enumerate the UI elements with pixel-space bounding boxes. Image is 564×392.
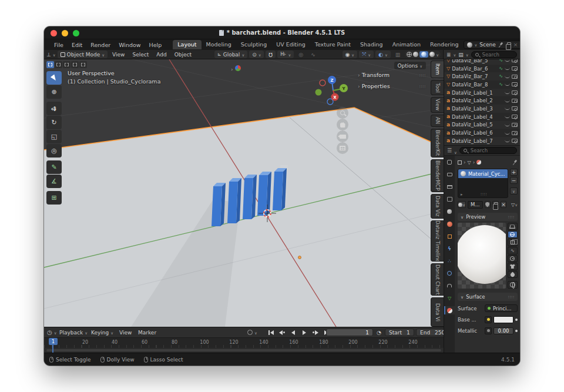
menu-render[interactable]: Render (86, 42, 115, 48)
transform-tool[interactable]: ◎ (46, 144, 62, 158)
show-gizmo-dropdown[interactable]: ◉ (343, 51, 358, 58)
outliner-row[interactable]: ▽DataViz_Bar_5∿ (444, 59, 520, 65)
remove-material-slot-button[interactable]: − (510, 177, 518, 184)
snap-toggle[interactable]: Ω (266, 51, 276, 58)
bar-object-3[interactable] (243, 175, 257, 219)
add-material-slot-button[interactable]: + (510, 169, 518, 176)
metallic-value-field[interactable]: 0.00 (494, 327, 513, 334)
world-properties-tab[interactable] (444, 220, 455, 228)
hide-eye-icon[interactable] (505, 75, 510, 78)
output-properties-tab[interactable] (444, 183, 455, 191)
properties-editor[interactable]: ☰ ϟ ∴ (444, 145, 520, 353)
npanel-properties[interactable]: Properties (358, 83, 426, 89)
modifier-properties-tab[interactable]: ϟ (444, 244, 455, 253)
minimize-window-button[interactable] (62, 30, 68, 36)
timeline-ruler[interactable]: 20 40 60 80 100 120 140 160 180 200 220 … (44, 337, 444, 348)
xray-toggle[interactable]: ▥ (392, 52, 404, 58)
outliner[interactable]: ▽DataViz_Bar_5∿ ▽DataViz_Bar_6∿ ▽DataViz… (444, 59, 520, 145)
drag-grip-icon[interactable] (508, 214, 515, 220)
scene-selector[interactable]: Scene (464, 41, 520, 49)
material-slot-selected[interactable]: Material_Cyc... (458, 169, 508, 178)
gizmo-neg-x-ball[interactable] (320, 80, 325, 86)
tool-properties-tab[interactable] (444, 158, 455, 166)
hide-eye-icon[interactable] (505, 139, 510, 142)
outliner-row[interactable]: ▽DataViz_Bar_6∿ (444, 65, 520, 73)
workspace-tab-modeling[interactable]: Modeling (202, 40, 236, 49)
outliner-row[interactable]: aDataViz_Label_6 (444, 129, 520, 137)
measure-tool[interactable]: ∡ (46, 175, 62, 188)
workspace-tab-shading[interactable]: Shading (355, 40, 388, 49)
metallic-node-button[interactable] (485, 327, 492, 334)
remove-scene-icon[interactable] (513, 42, 518, 48)
fake-user-button[interactable] (485, 201, 491, 208)
preview-panel-header[interactable]: Preview (458, 213, 518, 221)
outliner-row[interactable]: aDataViz_Label_1 (444, 89, 520, 97)
drag-grip-icon[interactable] (419, 72, 426, 78)
render-properties-tab[interactable] (444, 170, 455, 179)
sidebar-tab-blenderkit[interactable]: BlenderKit (431, 129, 444, 158)
jump-to-start-button[interactable] (266, 329, 276, 336)
render-visibility-icon[interactable] (512, 99, 518, 103)
animate-dot-icon[interactable] (515, 330, 518, 332)
preview-cube-button[interactable] (508, 239, 518, 246)
preview-hair-button[interactable]: ∿ (508, 247, 518, 254)
render-visibility-icon[interactable] (512, 131, 518, 135)
zoom-window-button[interactable] (73, 30, 79, 36)
select-mode-intersect-button[interactable] (79, 61, 87, 68)
workspace-tab-texture-paint[interactable]: Texture Paint (310, 40, 355, 49)
3d-viewport[interactable]: Z Y X ⊕ ↔↕ ↻ ◱ ◎ ✎ (44, 59, 444, 327)
render-visibility-icon[interactable] (512, 106, 518, 110)
workspace-tab-animation[interactable]: Animation (388, 40, 425, 49)
timeline-scrollbar[interactable] (44, 348, 444, 353)
outliner-row[interactable]: aDataViz_Label_4 (444, 113, 520, 121)
workspace-tab-layout[interactable]: Layout (173, 40, 201, 49)
browse-material-button[interactable] (458, 201, 466, 208)
sidebar-tab-data-viz-2[interactable]: Data Vi (431, 297, 444, 327)
play-button[interactable] (300, 329, 309, 336)
move-tool[interactable]: ↔↕ (46, 102, 62, 115)
preview-range-toggle[interactable]: ◔ (377, 329, 381, 336)
menu-edit[interactable]: Edit (68, 42, 86, 48)
titlebar[interactable]: * barchart.blend - Blender 4.5.1 LTS (44, 26, 520, 39)
render-visibility-icon[interactable] (512, 75, 518, 79)
sidebar-tab-item[interactable]: Item (431, 61, 444, 78)
expand-arrow-icon[interactable]: ▸ (461, 192, 463, 197)
timeline-editor[interactable]: ◷ Playback Keying View Marker 1 ◔ Start (44, 327, 444, 353)
particles-properties-tab[interactable]: ∴ (444, 257, 455, 265)
menu-help[interactable]: Help (145, 42, 166, 48)
menu-view[interactable]: View (109, 52, 127, 58)
next-keyframe-button[interactable] (311, 329, 320, 336)
drag-grip-icon[interactable] (419, 83, 426, 89)
render-visibility-icon[interactable] (512, 91, 518, 95)
new-scene-icon[interactable] (507, 42, 511, 47)
marker-menu[interactable]: Marker (138, 329, 156, 336)
drag-grip-icon[interactable] (508, 294, 515, 300)
preview-shaderball-button[interactable] (508, 255, 518, 263)
playhead-frame-badge[interactable]: 1 (49, 338, 58, 345)
camera-view-button[interactable] (337, 130, 348, 142)
base-color-swatch[interactable] (494, 316, 513, 323)
frame-end-field[interactable]: End 250 (416, 329, 444, 336)
sidebar-tab-dataviz-timeline[interactable]: Dataviz Timeline (431, 220, 444, 262)
preview-world-button[interactable] (508, 281, 518, 289)
bar-object-2[interactable] (227, 178, 241, 223)
frame-start-field[interactable]: Start 1 (385, 329, 414, 336)
render-visibility-icon[interactable] (512, 123, 518, 127)
properties-search-input[interactable] (469, 147, 513, 154)
properties-editor-icon[interactable]: ☰ (447, 148, 452, 153)
outliner-row[interactable]: aDataViz_Label_3 (444, 105, 520, 113)
gizmos-dropdown[interactable]: ⤧ (359, 51, 374, 58)
pan-view-button[interactable] (337, 119, 348, 130)
object-properties-tab[interactable] (444, 232, 455, 240)
menu-select[interactable]: Select (129, 52, 152, 58)
select-box-tool[interactable] (46, 71, 62, 85)
shading-solid-button[interactable] (413, 52, 418, 57)
hide-eye-icon[interactable] (505, 67, 510, 70)
material-filter-dropdown[interactable]: ▽ (511, 202, 518, 207)
surface-panel-header[interactable]: Surface (458, 293, 518, 301)
snap-settings-dropdown[interactable]: H⊦ (277, 51, 294, 58)
hide-eye-icon[interactable] (505, 99, 510, 102)
animate-dot-icon[interactable] (515, 319, 518, 321)
sidebar-tab-donut-chart[interactable]: Donut Chart (431, 263, 444, 296)
outliner-editor-icon[interactable]: ≣ (446, 52, 451, 58)
